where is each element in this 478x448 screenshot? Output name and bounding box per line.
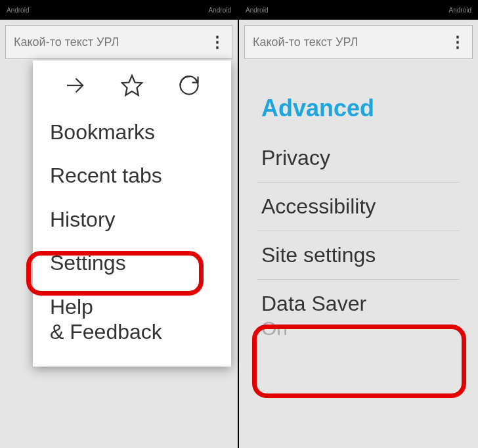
omnibox[interactable]: Какой-то текст УРЛ ⋮ [5,25,232,59]
setting-label: Site settings [261,243,456,267]
setting-accessibility[interactable]: Accessibility [257,183,460,231]
status-right: Android [209,7,231,14]
overflow-menu: Bookmarks Recent tabs History Settings H… [33,60,231,367]
more-menu-icon[interactable]: ⋮ [450,33,464,51]
omnibox[interactable]: Какой-то текст УРЛ ⋮ [244,25,473,59]
menu-item-label: Recent tabs [50,164,162,187]
menu-item-label: Help & Feedback [50,295,162,344]
setting-data-saver[interactable]: Data Saver On [257,280,460,351]
menu-history[interactable]: History [33,198,231,241]
forward-icon[interactable] [63,74,87,100]
status-bar: Android Android [239,0,478,20]
menu-recent-tabs[interactable]: Recent tabs [33,154,231,197]
status-right: Android [449,7,471,14]
setting-sublabel: On [261,317,456,340]
setting-label: Accessibility [261,194,456,219]
setting-label: Data Saver [261,292,456,316]
url-text: Какой-то текст УРЛ [14,35,119,49]
bookmark-star-icon[interactable] [120,74,144,100]
more-menu-icon[interactable]: ⋮ [209,33,224,51]
menu-bookmarks[interactable]: Bookmarks [33,110,231,154]
status-left: Android [246,7,268,14]
status-left: Android [7,7,29,14]
menu-icon-row [33,60,231,110]
settings-list: Advanced Privacy Accessibility Site sett… [239,59,478,351]
menu-item-label: History [50,208,116,231]
svg-marker-1 [122,76,142,95]
menu-help-feedback[interactable]: Help & Feedback [33,285,231,354]
menu-item-label: Settings [50,251,126,275]
setting-label: Privacy [261,146,456,170]
setting-site-settings[interactable]: Site settings [257,231,460,280]
section-header-advanced: Advanced [239,85,478,134]
menu-item-label: Bookmarks [50,120,155,144]
url-text: Какой-то текст УРЛ [253,35,358,49]
menu-settings[interactable]: Settings [33,241,231,284]
status-bar: Android Android [0,0,238,20]
left-screenshot: Android Android Какой-то текст УРЛ ⋮ Boo… [0,0,239,448]
setting-privacy[interactable]: Privacy [257,134,460,183]
right-screenshot: Android Android Какой-то текст УРЛ ⋮ Adv… [239,0,478,448]
reload-icon[interactable] [177,74,201,100]
